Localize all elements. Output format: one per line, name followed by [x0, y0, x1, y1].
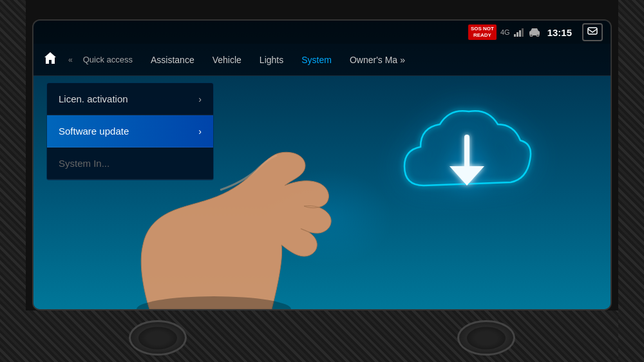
air-vent-right	[457, 320, 515, 356]
signal-4g-icon: 4G	[500, 28, 510, 36]
nav-item-quick-access[interactable]: Quick access	[74, 50, 142, 70]
nav-bar: « Quick access Assistance Vehicle Lights…	[33, 44, 611, 76]
content-area: Licen. activation › Software update › Sy…	[33, 76, 611, 309]
nav-item-assistance[interactable]: Assistance	[142, 50, 204, 70]
home-button[interactable]	[39, 48, 62, 71]
svg-point-6	[530, 34, 533, 37]
message-icon	[587, 27, 598, 38]
menu-arrow-licen: ›	[198, 94, 202, 104]
svg-point-12	[137, 296, 291, 309]
svg-rect-8	[588, 28, 597, 34]
menu-panel: Licen. activation › Software update › Sy…	[46, 82, 214, 180]
menu-item-software-update[interactable]: Software update ›	[47, 115, 213, 148]
svg-rect-3	[522, 28, 524, 37]
infotainment-screen: SOS NOT READY 4G 13:15	[32, 19, 612, 310]
nav-item-lights[interactable]: Lights	[251, 50, 292, 70]
carbon-panel-bottom	[0, 310, 644, 362]
car-infotainment-frame: SOS NOT READY 4G 13:15	[0, 0, 644, 362]
menu-item-software-label: Software update	[59, 126, 129, 137]
menu-item-licen-label: Licen. activation	[59, 93, 128, 104]
svg-rect-1	[516, 32, 518, 37]
status-icons: SOS NOT READY 4G 13:15	[468, 23, 603, 41]
svg-point-7	[536, 34, 539, 37]
nav-item-system[interactable]: System	[292, 50, 341, 70]
nav-chevron-right: »	[400, 55, 405, 65]
menu-arrow-software: ›	[198, 126, 202, 137]
car-icon	[528, 28, 541, 37]
cloud-download-area	[366, 89, 559, 218]
menu-item-system-label: System In...	[59, 158, 109, 169]
clock-display: 13:15	[547, 27, 572, 38]
carbon-panel-left	[0, 0, 26, 362]
nav-item-owners-manual[interactable]: Owner's Ma »	[341, 50, 414, 70]
cloud-download-icon	[385, 95, 540, 211]
air-vent-left	[129, 320, 187, 356]
svg-marker-9	[44, 52, 56, 64]
svg-rect-2	[519, 30, 521, 37]
carbon-panel-right	[618, 0, 644, 362]
sos-badge: SOS NOT READY	[468, 24, 497, 39]
svg-marker-5	[531, 28, 538, 31]
message-button[interactable]	[582, 23, 603, 41]
signal-bars-icon	[514, 28, 524, 37]
menu-item-licen-activation[interactable]: Licen. activation ›	[47, 83, 213, 115]
home-icon	[43, 51, 57, 68]
menu-item-system-info[interactable]: System In...	[47, 148, 213, 180]
nav-chevron-left: «	[68, 55, 73, 64]
svg-rect-0	[514, 34, 516, 37]
nav-item-vehicle[interactable]: Vehicle	[204, 50, 251, 70]
status-bar: SOS NOT READY 4G 13:15	[33, 21, 611, 44]
nav-items: « Quick access Assistance Vehicle Lights…	[67, 50, 605, 70]
